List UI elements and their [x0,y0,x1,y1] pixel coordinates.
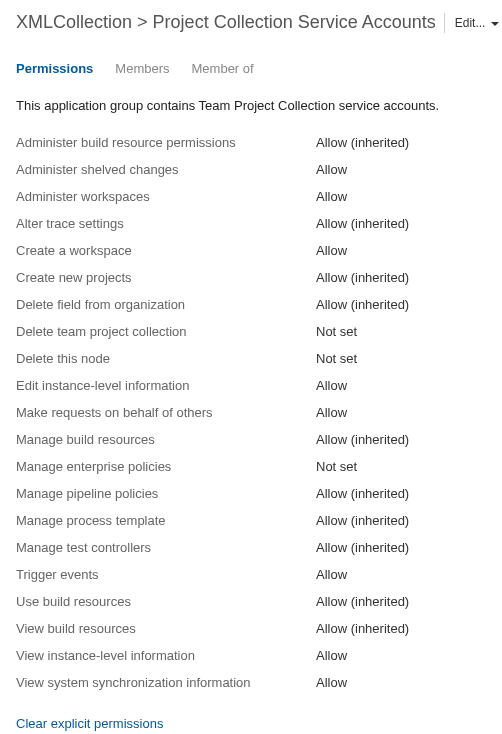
permission-value[interactable]: Allow [316,189,347,204]
permission-row[interactable]: Manage test controllersAllow (inherited) [16,534,486,561]
tab-member-of[interactable]: Member of [192,61,254,76]
permission-row[interactable]: Trigger eventsAllow [16,561,486,588]
breadcrumb: XMLCollection > Project Collection Servi… [16,12,436,33]
group-description: This application group contains Team Pro… [16,98,486,113]
permission-label: Create a workspace [16,243,316,258]
permission-label: Manage build resources [16,432,316,447]
permission-label: Delete this node [16,351,316,366]
permission-row[interactable]: Manage build resourcesAllow (inherited) [16,426,486,453]
tabs: Permissions Members Member of [16,61,486,76]
permission-value[interactable]: Allow (inherited) [316,135,409,150]
permission-value[interactable]: Allow [316,162,347,177]
permission-label: Make requests on behalf of others [16,405,316,420]
permission-value[interactable]: Allow (inherited) [316,540,409,555]
permission-row[interactable]: View instance-level informationAllow [16,642,486,669]
permission-row[interactable]: Delete this nodeNot set [16,345,486,372]
permission-row[interactable]: Use build resourcesAllow (inherited) [16,588,486,615]
permission-label: Administer build resource permissions [16,135,316,150]
permission-value[interactable]: Allow [316,378,347,393]
tab-permissions[interactable]: Permissions [16,61,93,76]
permission-value[interactable]: Allow (inherited) [316,621,409,636]
permission-value[interactable]: Allow (inherited) [316,432,409,447]
permission-value[interactable]: Allow [316,675,347,690]
permission-label: Manage pipeline policies [16,486,316,501]
permission-label: View system synchronization information [16,675,316,690]
permission-value[interactable]: Allow (inherited) [316,297,409,312]
permission-label: Delete field from organization [16,297,316,312]
permission-value[interactable]: Allow [316,405,347,420]
permission-value[interactable]: Allow (inherited) [316,594,409,609]
permission-value[interactable]: Allow (inherited) [316,216,409,231]
permission-label: Trigger events [16,567,316,582]
permission-label: Alter trace settings [16,216,316,231]
permission-label: View instance-level information [16,648,316,663]
permission-row[interactable]: Delete team project collectionNot set [16,318,486,345]
permission-row[interactable]: Administer build resource permissionsAll… [16,129,486,156]
permission-row[interactable]: Alter trace settingsAllow (inherited) [16,210,486,237]
permission-value[interactable]: Not set [316,459,357,474]
permission-label: Create new projects [16,270,316,285]
permission-label: View build resources [16,621,316,636]
permission-value[interactable]: Allow [316,648,347,663]
breadcrumb-separator: > [137,12,148,32]
permission-row[interactable]: Create a workspaceAllow [16,237,486,264]
tab-members[interactable]: Members [115,61,169,76]
breadcrumb-collection[interactable]: XMLCollection [16,12,132,32]
permission-row[interactable]: Administer shelved changesAllow [16,156,486,183]
permission-row[interactable]: Delete field from organizationAllow (inh… [16,291,486,318]
clear-explicit-permissions-link[interactable]: Clear explicit permissions [16,716,163,731]
permission-row[interactable]: Administer workspacesAllow [16,183,486,210]
permission-value[interactable]: Not set [316,351,357,366]
permission-label: Manage enterprise policies [16,459,316,474]
permission-row[interactable]: Manage pipeline policiesAllow (inherited… [16,480,486,507]
permission-label: Use build resources [16,594,316,609]
permission-value[interactable]: Allow (inherited) [316,513,409,528]
breadcrumb-group: Project Collection Service Accounts [153,12,436,32]
chevron-down-icon [491,15,499,30]
permission-value[interactable]: Not set [316,324,357,339]
permission-label: Administer shelved changes [16,162,316,177]
permission-label: Manage process template [16,513,316,528]
edit-label: Edit... [455,16,486,30]
permission-row[interactable]: View build resourcesAllow (inherited) [16,615,486,642]
permission-row[interactable]: Create new projectsAllow (inherited) [16,264,486,291]
permission-label: Edit instance-level information [16,378,316,393]
permission-row[interactable]: Manage process templateAllow (inherited) [16,507,486,534]
permission-label: Manage test controllers [16,540,316,555]
permission-value[interactable]: Allow (inherited) [316,486,409,501]
permission-row[interactable]: Edit instance-level informationAllow [16,372,486,399]
permission-value[interactable]: Allow [316,567,347,582]
permission-row[interactable]: Make requests on behalf of othersAllow [16,399,486,426]
permissions-list: Administer build resource permissionsAll… [16,129,486,696]
permission-label: Delete team project collection [16,324,316,339]
edit-dropdown[interactable]: Edit... [444,13,500,33]
permission-row[interactable]: Manage enterprise policiesNot set [16,453,486,480]
header: XMLCollection > Project Collection Servi… [16,12,486,33]
permission-label: Administer workspaces [16,189,316,204]
permission-value[interactable]: Allow [316,243,347,258]
permission-row[interactable]: View system synchronization informationA… [16,669,486,696]
permission-value[interactable]: Allow (inherited) [316,270,409,285]
